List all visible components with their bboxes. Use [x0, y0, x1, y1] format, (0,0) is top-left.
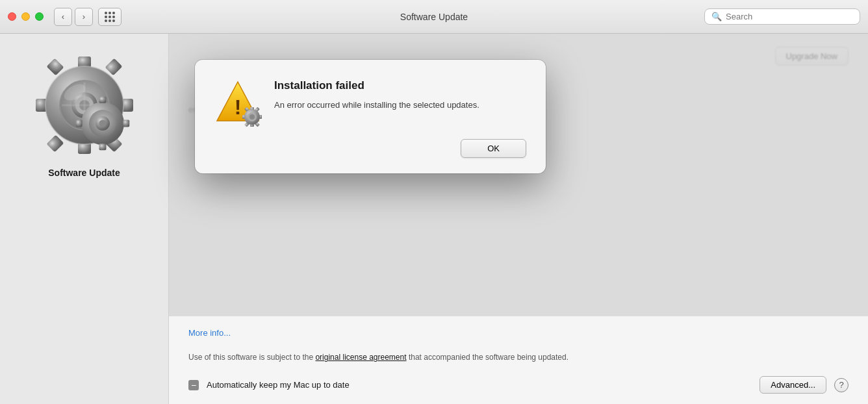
close-button[interactable] [8, 12, 16, 21]
window-title: Software Update [400, 12, 468, 22]
content-area: Upgrade Now er tonight. [169, 34, 868, 404]
svg-rect-5 [46, 58, 64, 76]
bottom-content: More info... Use of this software is sub… [169, 316, 868, 404]
more-info-link[interactable]: More info... [188, 328, 231, 338]
help-button[interactable]: ? [834, 378, 849, 392]
ok-button[interactable]: OK [461, 139, 526, 158]
svg-text:!: ! [235, 95, 242, 119]
license-agreement-link[interactable]: original license agreement [315, 353, 406, 362]
license-text: Use of this software is subject to the o… [188, 351, 849, 363]
auto-update-checkbox[interactable] [188, 380, 199, 390]
nav-buttons: ‹ › [54, 8, 93, 26]
sidebar-software-update-label: Software Update [48, 168, 120, 178]
warning-icon-container: ! [214, 79, 261, 126]
titlebar: ‹ › Software Update 🔍 [0, 0, 868, 34]
grid-icon [105, 12, 115, 22]
svg-rect-22 [123, 120, 129, 127]
sidebar: Software Update [0, 34, 169, 404]
svg-rect-7 [46, 135, 64, 153]
search-bar[interactable]: 🔍 [704, 8, 860, 25]
svg-rect-21 [75, 120, 82, 127]
svg-rect-19 [99, 97, 106, 103]
installation-failed-dialog: ! [195, 60, 546, 173]
auto-update-label: Automatically keep my Mac up to date [207, 380, 752, 390]
license-text-after: that accompanied the software being upda… [409, 353, 568, 362]
back-button[interactable]: ‹ [54, 8, 72, 26]
software-update-icon [32, 53, 136, 157]
minimize-button[interactable] [21, 12, 30, 21]
modal-body: ! [214, 79, 526, 126]
license-text-before: Use of this software is subject to the [188, 353, 313, 362]
svg-point-38 [249, 114, 255, 120]
main-layout: Software Update Upgrade Now er tonight. [0, 34, 868, 404]
advanced-button[interactable]: Advanced... [760, 376, 826, 394]
svg-rect-20 [99, 144, 106, 150]
search-icon: 🔍 [711, 12, 722, 21]
traffic-lights [8, 12, 44, 21]
modal-text-container: Installation failed An error occurred wh… [274, 79, 526, 126]
modal-title: Installation failed [274, 79, 526, 92]
forward-button[interactable]: › [75, 8, 93, 26]
search-input[interactable] [726, 12, 853, 21]
maximize-button[interactable] [35, 12, 44, 21]
svg-rect-4 [105, 58, 122, 76]
svg-point-25 [99, 120, 106, 127]
auto-update-row: Automatically keep my Mac up to date Adv… [188, 376, 849, 394]
grid-view-button[interactable] [98, 8, 121, 26]
modal-message: An error occurred while installing the s… [274, 99, 526, 112]
modal-footer: OK [214, 139, 526, 158]
